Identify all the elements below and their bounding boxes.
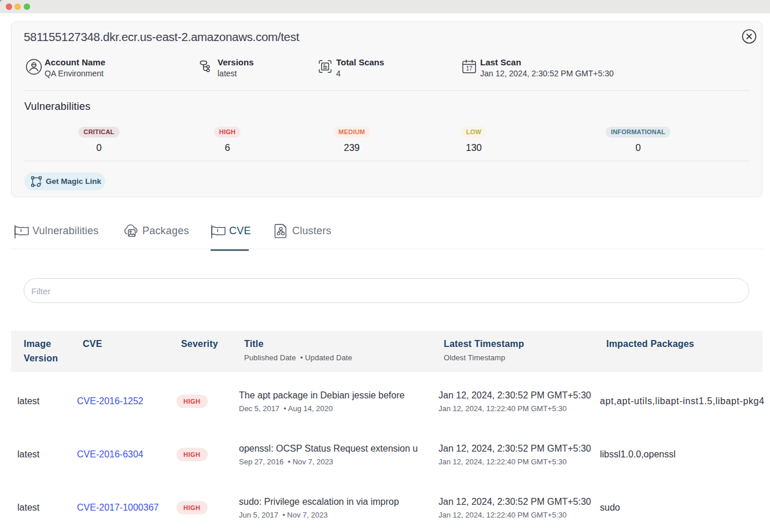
svg-text:17: 17 [466, 65, 473, 72]
